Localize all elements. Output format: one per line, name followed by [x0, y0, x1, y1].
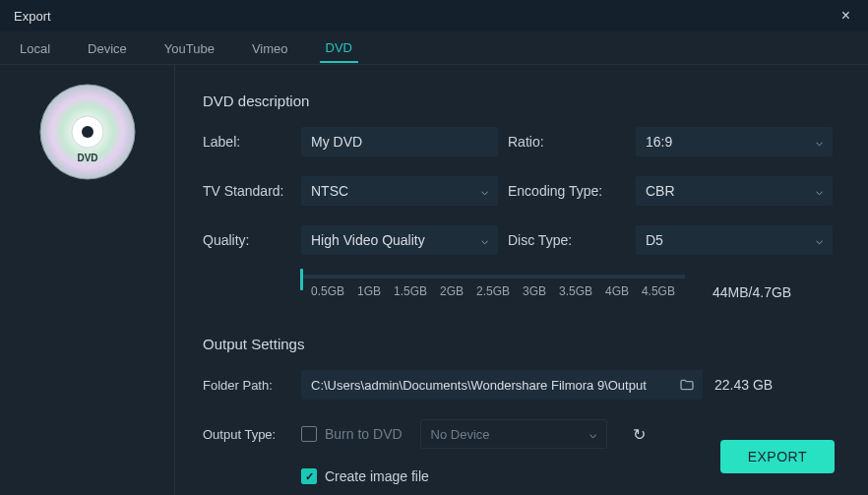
slider-ticks: 0.5GB 1GB 1.5GB 2GB 2.5GB 3GB 3.5GB 4GB …	[301, 284, 685, 298]
label-tvstd: TV Standard:	[203, 183, 291, 199]
label-encoding: Encoding Type:	[508, 183, 626, 199]
ratio-select[interactable]: 16:9 ⌵	[636, 127, 833, 156]
encoding-select[interactable]: CBR ⌵	[636, 176, 833, 206]
tab-youtube[interactable]: YouTube	[158, 33, 220, 62]
label-quality: Quality:	[203, 232, 291, 248]
folder-icon[interactable]	[679, 377, 695, 393]
burn-checkbox[interactable]: Burn to DVD	[301, 426, 403, 442]
size-label: 44MB/4.7GB	[713, 284, 791, 300]
encoding-value: CBR	[646, 183, 675, 199]
free-space: 22.43 GB	[714, 377, 773, 393]
label-outtype: Output Type:	[203, 427, 291, 442]
tvstd-select[interactable]: NTSC ⌵	[301, 176, 498, 206]
export-button[interactable]: EXPORT	[720, 440, 835, 473]
disc-value: D5	[646, 232, 663, 248]
close-icon[interactable]: ×	[834, 5, 858, 27]
tvstd-value: NTSC	[311, 183, 348, 199]
titlebar: Export ×	[0, 0, 868, 31]
chevron-down-icon: ⌵	[481, 233, 488, 247]
folder-path-field[interactable]: C:\Users\admin\Documents\Wondershare Fil…	[301, 370, 703, 400]
folder-path-value: C:\Users\admin\Documents\Wondershare Fil…	[311, 378, 647, 393]
quality-value: High Video Quality	[311, 232, 425, 248]
device-select[interactable]: No Device ⌵	[420, 419, 607, 449]
dvd-disc-icon: DVD	[38, 83, 137, 181]
section-output-title: Output Settings	[203, 336, 840, 352]
chevron-down-icon: ⌵	[481, 184, 488, 198]
chevron-down-icon: ⌵	[816, 184, 823, 198]
checkbox-icon	[301, 426, 317, 442]
disc-label-text: DVD	[77, 153, 97, 163]
refresh-icon[interactable]: ↻	[625, 419, 654, 449]
chevron-down-icon: ⌵	[816, 233, 823, 247]
label-disc: Disc Type:	[508, 232, 626, 248]
label-folder: Folder Path:	[203, 378, 291, 393]
label-input[interactable]	[301, 127, 498, 156]
chevron-down-icon: ⌵	[816, 135, 823, 149]
ratio-value: 16:9	[646, 134, 672, 150]
burn-label: Burn to DVD	[325, 426, 403, 442]
tab-dvd[interactable]: DVD	[320, 32, 358, 63]
section-dvd-title: DVD description	[203, 93, 840, 109]
size-slider[interactable]: 0.5GB 1GB 1.5GB 2GB 2.5GB 3GB 3.5GB 4GB …	[301, 275, 685, 310]
device-value: No Device	[431, 427, 490, 442]
tab-device[interactable]: Device	[82, 33, 133, 62]
window-title: Export	[14, 9, 51, 24]
chevron-down-icon: ⌵	[589, 427, 596, 441]
quality-select[interactable]: High Video Quality ⌵	[301, 225, 498, 255]
label-ratio: Ratio:	[508, 134, 626, 150]
tabs: Local Device YouTube Vimeo DVD	[0, 31, 868, 65]
checkbox-checked-icon: ✓	[301, 468, 317, 484]
label-label: Label:	[203, 134, 291, 150]
create-image-label: Create image file	[325, 468, 429, 484]
svg-point-2	[82, 126, 93, 138]
tab-vimeo[interactable]: Vimeo	[246, 33, 294, 62]
tab-local[interactable]: Local	[14, 33, 56, 62]
sidebar: DVD	[0, 65, 175, 495]
disc-select[interactable]: D5 ⌵	[636, 225, 833, 255]
